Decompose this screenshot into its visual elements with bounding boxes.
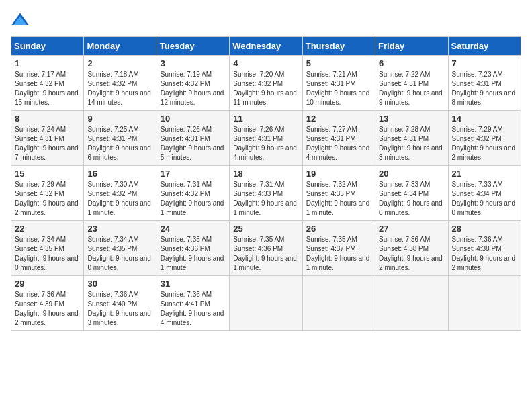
daylight-text: Daylight: 9 hours and 2 minutes. xyxy=(379,255,443,271)
cell-info: Sunrise: 7:23 AM Sunset: 4:31 PM Dayligh… xyxy=(452,70,517,107)
sunrise-text: Sunrise: 7:36 AM xyxy=(452,236,503,243)
cell-info: Sunrise: 7:35 AM Sunset: 4:36 PM Dayligh… xyxy=(233,235,298,273)
day-number: 17 xyxy=(161,169,226,179)
day-number: 19 xyxy=(306,169,371,179)
daylight-text: Daylight: 9 hours and 15 minutes. xyxy=(15,89,79,106)
calendar-cell: 31 Sunrise: 7:36 AM Sunset: 4:41 PM Dayl… xyxy=(157,276,229,331)
calendar-cell: 10 Sunrise: 7:26 AM Sunset: 4:31 PM Dayl… xyxy=(157,111,229,166)
day-number: 8 xyxy=(15,113,80,124)
daylight-text: Daylight: 9 hours and 0 minutes. xyxy=(15,255,79,271)
cell-info: Sunrise: 7:26 AM Sunset: 4:31 PM Dayligh… xyxy=(161,125,226,163)
sunrise-text: Sunrise: 7:29 AM xyxy=(452,126,503,133)
sunset-text: Sunset: 4:38 PM xyxy=(452,245,502,253)
day-number: 10 xyxy=(161,113,226,124)
day-number: 2 xyxy=(87,58,152,68)
day-number: 9 xyxy=(87,113,152,124)
cell-info: Sunrise: 7:31 AM Sunset: 4:33 PM Dayligh… xyxy=(233,180,298,218)
cell-info: Sunrise: 7:33 AM Sunset: 4:34 PM Dayligh… xyxy=(379,180,444,218)
day-number: 31 xyxy=(161,279,226,289)
daylight-text: Daylight: 9 hours and 8 minutes. xyxy=(452,89,516,106)
daylight-text: Daylight: 9 hours and 2 minutes. xyxy=(15,199,79,216)
sunset-text: Sunset: 4:35 PM xyxy=(15,245,64,253)
daylight-text: Daylight: 9 hours and 2 minutes. xyxy=(452,255,516,271)
logo-icon xyxy=(11,11,30,30)
cell-info: Sunrise: 7:34 AM Sunset: 4:35 PM Dayligh… xyxy=(15,235,80,273)
sunrise-text: Sunrise: 7:28 AM xyxy=(379,126,430,133)
sunset-text: Sunset: 4:31 PM xyxy=(379,135,429,142)
sunset-text: Sunset: 4:39 PM xyxy=(15,300,64,308)
daylight-text: Daylight: 9 hours and 10 minutes. xyxy=(306,89,370,106)
calendar-cell: 28 Sunrise: 7:36 AM Sunset: 4:38 PM Dayl… xyxy=(448,221,521,276)
calendar-cell xyxy=(302,276,375,331)
calendar-cell: 30 Sunrise: 7:36 AM Sunset: 4:40 PM Dayl… xyxy=(84,276,157,331)
day-number: 7 xyxy=(452,58,517,68)
sunset-text: Sunset: 4:38 PM xyxy=(379,245,429,253)
calendar-cell: 15 Sunrise: 7:29 AM Sunset: 4:32 PM Dayl… xyxy=(11,166,84,221)
day-number: 30 xyxy=(87,279,152,289)
day-header-monday: Monday xyxy=(84,37,157,56)
calendar-cell: 26 Sunrise: 7:35 AM Sunset: 4:37 PM Dayl… xyxy=(302,221,375,276)
calendar-week-2: 8 Sunrise: 7:24 AM Sunset: 4:31 PM Dayli… xyxy=(11,111,521,166)
calendar-cell: 18 Sunrise: 7:31 AM Sunset: 4:33 PM Dayl… xyxy=(230,166,302,221)
calendar-cell: 11 Sunrise: 7:26 AM Sunset: 4:31 PM Dayl… xyxy=(230,111,302,166)
page-header xyxy=(11,11,521,30)
cell-info: Sunrise: 7:36 AM Sunset: 4:38 PM Dayligh… xyxy=(379,235,444,273)
calendar-cell: 24 Sunrise: 7:35 AM Sunset: 4:36 PM Dayl… xyxy=(157,221,229,276)
sunset-text: Sunset: 4:32 PM xyxy=(452,135,502,142)
day-number: 15 xyxy=(15,169,80,179)
sunset-text: Sunset: 4:32 PM xyxy=(233,80,283,87)
sunset-text: Sunset: 4:31 PM xyxy=(161,135,210,142)
calendar-cell: 2 Sunrise: 7:18 AM Sunset: 4:32 PM Dayli… xyxy=(84,56,157,111)
calendar-cell: 9 Sunrise: 7:25 AM Sunset: 4:31 PM Dayli… xyxy=(84,111,157,166)
calendar-cell: 1 Sunrise: 7:17 AM Sunset: 4:32 PM Dayli… xyxy=(11,56,84,111)
calendar-week-4: 22 Sunrise: 7:34 AM Sunset: 4:35 PM Dayl… xyxy=(11,221,521,276)
calendar-cell: 6 Sunrise: 7:22 AM Sunset: 4:31 PM Dayli… xyxy=(375,56,448,111)
sunset-text: Sunset: 4:32 PM xyxy=(15,190,64,197)
sunrise-text: Sunrise: 7:30 AM xyxy=(87,181,138,188)
cell-info: Sunrise: 7:31 AM Sunset: 4:32 PM Dayligh… xyxy=(161,180,226,218)
daylight-text: Daylight: 9 hours and 1 minute. xyxy=(306,199,370,216)
sunrise-text: Sunrise: 7:34 AM xyxy=(87,236,138,243)
sunrise-text: Sunrise: 7:31 AM xyxy=(233,181,284,188)
cell-info: Sunrise: 7:22 AM Sunset: 4:31 PM Dayligh… xyxy=(379,70,444,107)
day-number: 26 xyxy=(306,224,371,234)
sunset-text: Sunset: 4:33 PM xyxy=(233,190,283,197)
calendar-cell xyxy=(375,276,448,331)
sunrise-text: Sunrise: 7:29 AM xyxy=(15,181,66,188)
cell-info: Sunrise: 7:17 AM Sunset: 4:32 PM Dayligh… xyxy=(15,70,80,107)
cell-info: Sunrise: 7:36 AM Sunset: 4:40 PM Dayligh… xyxy=(87,290,152,328)
daylight-text: Daylight: 9 hours and 0 minutes. xyxy=(379,199,443,216)
cell-info: Sunrise: 7:19 AM Sunset: 4:32 PM Dayligh… xyxy=(161,70,226,107)
sunset-text: Sunset: 4:32 PM xyxy=(161,80,210,87)
sunset-text: Sunset: 4:33 PM xyxy=(306,190,356,197)
day-header-wednesday: Wednesday xyxy=(230,37,302,56)
cell-info: Sunrise: 7:30 AM Sunset: 4:32 PM Dayligh… xyxy=(87,180,152,218)
day-header-thursday: Thursday xyxy=(302,37,375,56)
day-number: 13 xyxy=(379,113,444,124)
daylight-text: Daylight: 9 hours and 2 minutes. xyxy=(452,144,516,161)
day-number: 11 xyxy=(233,113,298,124)
sunrise-text: Sunrise: 7:21 AM xyxy=(306,71,357,78)
sunrise-text: Sunrise: 7:35 AM xyxy=(161,236,212,243)
sunrise-text: Sunrise: 7:19 AM xyxy=(161,71,212,78)
calendar-cell: 3 Sunrise: 7:19 AM Sunset: 4:32 PM Dayli… xyxy=(157,56,229,111)
calendar-cell: 17 Sunrise: 7:31 AM Sunset: 4:32 PM Dayl… xyxy=(157,166,229,221)
sunrise-text: Sunrise: 7:33 AM xyxy=(379,181,430,188)
day-number: 14 xyxy=(452,113,517,124)
calendar-cell: 14 Sunrise: 7:29 AM Sunset: 4:32 PM Dayl… xyxy=(448,111,521,166)
daylight-text: Daylight: 9 hours and 1 minute. xyxy=(233,255,297,271)
day-number: 29 xyxy=(15,279,80,289)
calendar-cell: 8 Sunrise: 7:24 AM Sunset: 4:31 PM Dayli… xyxy=(11,111,84,166)
sunset-text: Sunset: 4:36 PM xyxy=(161,245,210,253)
cell-info: Sunrise: 7:33 AM Sunset: 4:34 PM Dayligh… xyxy=(452,180,517,218)
calendar-cell: 20 Sunrise: 7:33 AM Sunset: 4:34 PM Dayl… xyxy=(375,166,448,221)
sunset-text: Sunset: 4:31 PM xyxy=(233,135,283,142)
cell-info: Sunrise: 7:36 AM Sunset: 4:38 PM Dayligh… xyxy=(452,235,517,273)
sunrise-text: Sunrise: 7:26 AM xyxy=(161,126,212,133)
sunset-text: Sunset: 4:34 PM xyxy=(452,190,502,197)
sunset-text: Sunset: 4:31 PM xyxy=(87,135,137,142)
calendar-cell: 22 Sunrise: 7:34 AM Sunset: 4:35 PM Dayl… xyxy=(11,221,84,276)
day-header-friday: Friday xyxy=(375,37,448,56)
sunrise-text: Sunrise: 7:35 AM xyxy=(306,236,357,243)
calendar-cell: 7 Sunrise: 7:23 AM Sunset: 4:31 PM Dayli… xyxy=(448,56,521,111)
